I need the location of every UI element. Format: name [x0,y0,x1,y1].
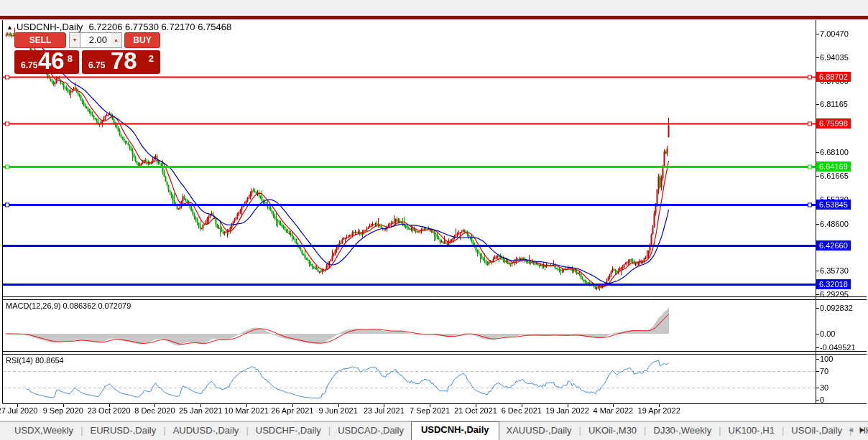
level-price-badge: 6.64169 [816,162,851,172]
symbol-tab-ukoil-m30[interactable]: UKOil-,M30 [581,422,644,440]
chart-title: ▲USDCNH-,Daily6.72206 6.77530 6.72170 6.… [6,22,231,32]
symbol-tab-audusd-daily[interactable]: AUDUSD-,Daily [166,422,246,440]
one-click-trading-panel: SELL ▼ 2.00 ▲ BUY 6.75 46 8 6.75 78 2 [14,32,160,74]
level-price-badge: 6.42660 [816,240,851,251]
buy-price-sup: 2 [149,53,154,64]
symbol-tab-eurusd-daily[interactable]: EURUSD-,Daily [83,422,164,440]
price-axis-tick: 6.29295 [820,290,849,299]
buy-button[interactable]: BUY [124,32,160,48]
arrow-up-icon: ▲ [114,37,119,42]
sell-price-sup: 8 [68,53,73,64]
macd-value-signal: 0.072079 [98,301,131,310]
macd-label: MACD(12,26,9) 0.086362 0.072079 [6,301,131,310]
rsi-axis-label: 70 [820,367,828,375]
buy-price-prefix: 6.75 [88,60,105,70]
symbol-tab-bar: USDX,Weekly|EURUSD-,Daily|AUDUSD-,Daily|… [0,421,868,440]
symbol-tab-usdchf-daily[interactable]: USDCHF-,Daily [249,422,328,440]
volume-input[interactable]: 2.00 [80,32,111,48]
chart-symbol-label: USDCNH-,Daily [17,22,83,32]
price-axis-tick: 6.48600 [820,220,849,228]
macd-axis-label: 0.092832 [820,304,853,312]
macd-value-main: 0.086362 [63,301,96,310]
sell-price-display[interactable]: 6.75 46 8 [14,50,79,74]
level-price-badge: 6.53845 [816,200,851,210]
rsi-axis-label: 0 [820,395,824,404]
symbol-tab-usoil-daily[interactable]: USOil-,Daily [784,422,849,440]
rsi-value: 80.8654 [35,356,64,365]
price-axis-tick: 6.35730 [820,266,849,275]
price-axis-tick: 6.68100 [820,148,849,156]
rsi-title: RSI(14) [6,356,33,365]
trading-platform-screen: 5M30H1H4D1W1MN ▲USDCNH-,Daily6.72206 6.7… [0,0,868,440]
price-axis-tick: 6.94035 [820,53,849,62]
tab-scroll-arrows: ◄ ► [847,426,866,434]
price-axis-tick: 6.61665 [820,172,849,180]
volume-increase-button[interactable]: ▲ [111,32,122,48]
macd-axis-label: -0.049521 [820,343,856,352]
sell-price-prefix: 6.75 [21,60,37,70]
symbol-tab-dj30-weekly[interactable]: DJ30-,Weekly [647,422,719,440]
chart-ohlc-values: 6.72206 6.77530 6.72170 6.75468 [88,22,231,32]
volume-decrease-button[interactable]: ▼ [69,32,80,48]
buy-price-big: 78 [111,47,137,75]
symbol-tab-usdx-weekly[interactable]: USDX,Weekly [7,422,80,440]
buy-price-display[interactable]: 6.75 78 2 [82,50,160,74]
tabs-scroll-left-button[interactable]: ◄ [847,426,854,434]
rsi-axis-label: 100 [820,355,833,363]
rsi-axis-label: 30 [820,383,828,392]
tabs-scroll-right-button[interactable]: ► [859,426,866,434]
price-axis-tick: 7.00470 [820,29,849,38]
date-axis-label: 19 Apr 2022 [627,406,691,415]
arrow-down-icon: ▼ [73,37,78,42]
macd-title: MACD(12,26,9) [6,301,60,310]
level-price-badge: 6.88702 [816,72,851,82]
rsi-label: RSI(14) 80.8654 [6,356,64,365]
price-axis-tick: 6.81165 [820,100,848,108]
symbol-tab-usdcad-daily[interactable]: USDCAD-,Daily [331,422,411,440]
symbol-tab-uk100-h1[interactable]: UK100-,H1 [721,422,782,440]
sell-button[interactable]: SELL [14,32,66,48]
symbol-tab-usdcnh-daily[interactable]: USDCNH-,Daily [411,421,499,440]
collapse-triangle-icon[interactable]: ▲ [6,24,13,31]
macd-axis-label: 0.00 [820,329,835,338]
level-price-badge: 6.75998 [816,118,851,128]
symbol-tab-xauusd-daily[interactable]: XAUUSD-,Daily [499,422,579,440]
sell-price-big: 46 [38,47,65,75]
level-price-badge: 6.32018 [816,279,851,289]
